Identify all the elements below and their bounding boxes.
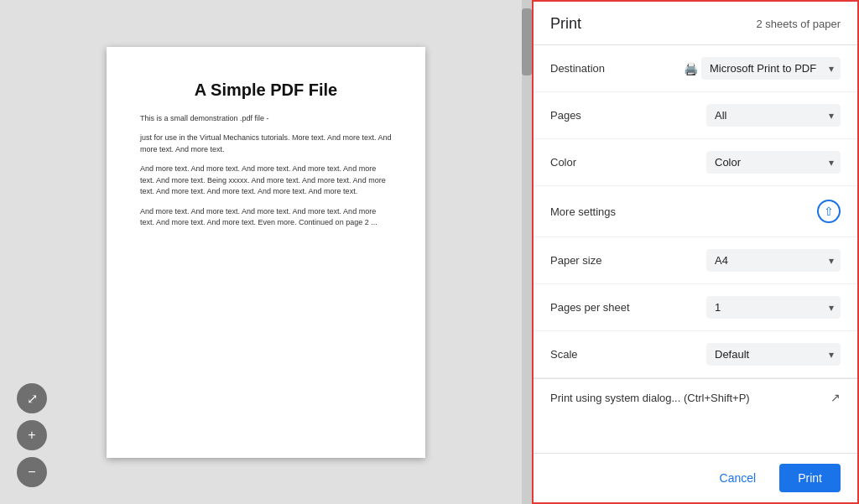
pdf-body: This is a small demonstration .pdf file … (140, 113, 392, 229)
color-row: Color Color Black and white (534, 139, 857, 186)
preview-controls: ⤢ + − (17, 383, 47, 487)
scale-select[interactable]: Default Fit to page Custom (706, 343, 841, 366)
more-settings-row[interactable]: More settings ⇧ (534, 186, 857, 237)
pages-per-sheet-select-wrapper: 1 2 4 (706, 296, 841, 319)
panel-header: Print 2 sheets of paper (534, 2, 857, 45)
panel-title: Print (550, 15, 581, 33)
color-label: Color (550, 156, 576, 169)
preview-area: A Simple PDF File This is a small demons… (0, 0, 532, 504)
color-select-wrapper: Color Black and white (706, 151, 841, 174)
pages-select[interactable]: All Custom (706, 104, 841, 127)
paper-size-select[interactable]: A4 Letter Legal (706, 249, 841, 272)
destination-select[interactable]: Microsoft Print to PDF (701, 57, 841, 80)
panel-body: Destination 🖨️ Microsoft Print to PDF Pa… (534, 45, 857, 453)
scale-select-wrapper: Default Fit to page Custom (706, 343, 841, 366)
pdf-para-1: just for use in the Virtual Mechanics tu… (140, 132, 392, 155)
print-button[interactable]: Print (779, 464, 841, 492)
pdf-title: A Simple PDF File (140, 81, 392, 100)
paper-size-row: Paper size A4 Letter Legal (534, 237, 857, 284)
cancel-button[interactable]: Cancel (706, 464, 770, 492)
pages-label: Pages (550, 109, 581, 122)
color-select[interactable]: Color Black and white (706, 151, 841, 174)
destination-row: Destination 🖨️ Microsoft Print to PDF (534, 45, 857, 92)
scale-row: Scale Default Fit to page Custom (534, 331, 857, 378)
zoom-out-button[interactable]: − (17, 457, 47, 487)
destination-label: Destination (550, 62, 605, 75)
pages-select-wrapper: All Custom (706, 104, 841, 127)
pdf-page: A Simple PDF File This is a small demons… (107, 47, 425, 458)
sheets-info: 2 sheets of paper (757, 18, 841, 30)
pdf-para-0: This is a small demonstration .pdf file … (140, 113, 392, 125)
pdf-para-2: And more text. And more text. And more t… (140, 164, 392, 198)
scale-label: Scale (550, 348, 578, 361)
pages-per-sheet-label: Pages per sheet (550, 301, 630, 314)
scrollbar-thumb (522, 8, 532, 75)
more-settings-toggle[interactable]: ⇧ (817, 200, 841, 223)
panel-footer: Cancel Print (534, 453, 857, 502)
pdf-para-3: And more text. And more text. And more t… (140, 206, 392, 229)
external-link-icon: ↗ (830, 391, 841, 404)
pages-per-sheet-row: Pages per sheet 1 2 4 (534, 284, 857, 331)
printer-icon: 🖨️ (684, 62, 698, 75)
expand-button[interactable]: ⤢ (17, 383, 47, 413)
pages-row: Pages All Custom (534, 92, 857, 139)
destination-select-wrapper: Microsoft Print to PDF (701, 57, 841, 80)
zoom-in-button[interactable]: + (17, 420, 47, 450)
system-dialog-row[interactable]: Print using system dialog... (Ctrl+Shift… (534, 378, 857, 416)
more-settings-label: More settings (550, 205, 616, 218)
print-panel: Print 2 sheets of paper Destination 🖨️ M… (532, 0, 859, 504)
destination-control: 🖨️ Microsoft Print to PDF (684, 57, 841, 80)
preview-scrollbar[interactable] (522, 0, 532, 504)
pages-per-sheet-select[interactable]: 1 2 4 (706, 296, 841, 319)
paper-size-select-wrapper: A4 Letter Legal (706, 249, 841, 272)
system-dialog-label: Print using system dialog... (Ctrl+Shift… (550, 392, 750, 404)
paper-size-label: Paper size (550, 254, 601, 267)
